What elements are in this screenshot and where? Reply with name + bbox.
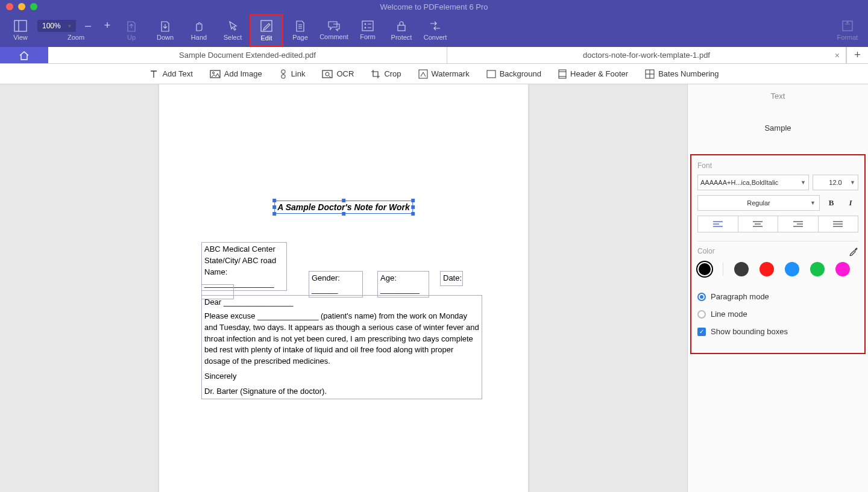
background-icon: [486, 70, 496, 78]
ocr-icon: [322, 70, 333, 78]
comment-tool-button[interactable]: Comment: [317, 14, 351, 46]
convert-tool-button[interactable]: Convert: [418, 14, 452, 46]
close-tab-icon[interactable]: ×: [835, 51, 840, 60]
resize-handle[interactable]: [272, 205, 276, 209]
zoom-out-button[interactable]: –: [81, 19, 95, 32]
selected-text-box[interactable]: A Sample Doctor's Note for Work: [274, 201, 413, 214]
resize-handle[interactable]: [272, 199, 276, 202]
header-footer-button[interactable]: Header & Footer: [558, 69, 628, 79]
zoom-in-button[interactable]: +: [100, 19, 115, 32]
window-title: Welcome to PDFelement 6 Pro: [380, 2, 488, 11]
svg-rect-15: [281, 75, 285, 78]
divider: [723, 263, 723, 276]
select-tool-button[interactable]: Select: [216, 14, 250, 46]
page-up-button[interactable]: Up: [115, 14, 148, 46]
eyedropper-icon[interactable]: [849, 246, 858, 256]
color-swatch-red[interactable]: [760, 262, 774, 276]
font-size-select[interactable]: 12.0▼: [813, 175, 858, 190]
page-down-icon: [160, 20, 171, 32]
watermark-button[interactable]: Watermark: [418, 69, 470, 79]
background-button[interactable]: Background: [486, 69, 541, 78]
color-swatches: [697, 262, 858, 276]
edit-label: Edit: [261, 34, 272, 42]
main-toolbar: View 100%▾ – + Zoom Up Down Hand Select …: [0, 13, 868, 47]
up-label: Up: [127, 34, 136, 41]
font-family-select[interactable]: AAAAAA+H...ica,BoldItalic▼: [697, 175, 809, 190]
text-icon: [149, 69, 159, 79]
comment-label: Comment: [319, 33, 348, 40]
color-swatch-black[interactable]: [697, 262, 712, 276]
comment-icon: [327, 20, 341, 31]
align-right-button[interactable]: [778, 216, 819, 232]
crop-button[interactable]: Crop: [371, 69, 401, 79]
color-section-label: Color: [697, 247, 715, 255]
edit-tool-button[interactable]: Edit: [250, 14, 283, 46]
svg-point-5: [365, 27, 366, 28]
align-left-button[interactable]: [697, 216, 738, 232]
page-icon: [295, 20, 306, 32]
resize-handle[interactable]: [411, 212, 415, 216]
minimize-window-button[interactable]: [18, 3, 25, 10]
add-text-button[interactable]: Add Text: [149, 69, 192, 79]
document-tab-2[interactable]: doctors-note-for-work-template-1.pdf ×: [447, 47, 846, 63]
ocr-button[interactable]: OCR: [322, 69, 354, 78]
show-bounding-boxes-checkbox[interactable]: ✓ Show bounding boxes: [697, 327, 858, 336]
text-box[interactable]: Dear ________________ Please excuse ____…: [201, 295, 482, 399]
bold-button[interactable]: B: [823, 195, 839, 211]
text-box[interactable]: Gender: ______: [309, 271, 363, 297]
link-button[interactable]: Link: [279, 69, 306, 79]
close-window-button[interactable]: [6, 3, 13, 10]
header-footer-icon: [558, 69, 567, 79]
chevron-down-icon: ▼: [800, 179, 806, 185]
page-up-icon: [126, 20, 137, 32]
resize-handle[interactable]: [342, 199, 345, 202]
maximize-window-button[interactable]: [30, 3, 37, 10]
color-swatch-green[interactable]: [810, 262, 825, 276]
convert-icon: [429, 20, 442, 32]
doc-title-text: A Sample Doctor's Note for Work: [277, 202, 410, 212]
form-tool-button[interactable]: Form: [351, 14, 385, 46]
new-tab-button[interactable]: +: [846, 47, 868, 63]
resize-handle[interactable]: [272, 212, 276, 216]
text-box[interactable]: Age: _________: [377, 271, 429, 297]
document-tab-1[interactable]: Sample Document Extended-edited.pdf: [48, 47, 447, 63]
align-justify-button[interactable]: [818, 216, 859, 232]
protect-label: Protect: [391, 34, 412, 41]
format-panel-button[interactable]: Format: [831, 14, 864, 46]
italic-button[interactable]: I: [843, 195, 858, 211]
align-center-button[interactable]: [738, 216, 779, 232]
zoom-label: Zoom: [68, 34, 84, 41]
bates-icon: [645, 69, 655, 79]
line-mode-radio[interactable]: Line mode: [697, 310, 858, 319]
watermark-icon: [418, 69, 428, 79]
pdf-page[interactable]: A Sample Doctor's Note for Work ABC Medi…: [159, 84, 528, 492]
color-swatch-magenta[interactable]: [835, 262, 850, 276]
color-swatch-blue[interactable]: [785, 262, 799, 276]
convert-label: Convert: [424, 34, 447, 41]
resize-handle[interactable]: [411, 199, 415, 202]
resize-handle[interactable]: [411, 205, 415, 209]
link-icon: [279, 69, 288, 79]
hand-tool-button[interactable]: Hand: [182, 14, 216, 46]
svg-rect-21: [487, 70, 495, 78]
view-button[interactable]: View: [4, 14, 37, 46]
radio-off-icon: [697, 310, 706, 319]
protect-tool-button[interactable]: Protect: [385, 14, 418, 46]
canvas-area[interactable]: A Sample Doctor's Note for Work ABC Medi…: [0, 84, 687, 492]
bates-numbering-button[interactable]: Bates Numbering: [645, 69, 719, 79]
page-down-button[interactable]: Down: [148, 14, 182, 46]
font-section-label: Font: [697, 161, 858, 170]
add-image-button[interactable]: Add Image: [210, 69, 262, 78]
font-weight-select[interactable]: Regular▼: [697, 195, 820, 211]
page-tool-button[interactable]: Page: [283, 14, 317, 46]
paragraph-mode-radio[interactable]: Paragraph mode: [697, 292, 858, 301]
hand-label: Hand: [191, 34, 207, 41]
chevron-down-icon: ▾: [68, 23, 71, 29]
zoom-select[interactable]: 100%▾: [37, 20, 76, 32]
home-tab[interactable]: [0, 47, 48, 63]
svg-point-18: [326, 72, 329, 76]
workspace: A Sample Doctor's Note for Work ABC Medi…: [0, 84, 868, 492]
resize-handle[interactable]: [342, 212, 345, 216]
color-swatch-darkgray[interactable]: [734, 262, 749, 276]
text-box[interactable]: Date:: [440, 271, 463, 286]
